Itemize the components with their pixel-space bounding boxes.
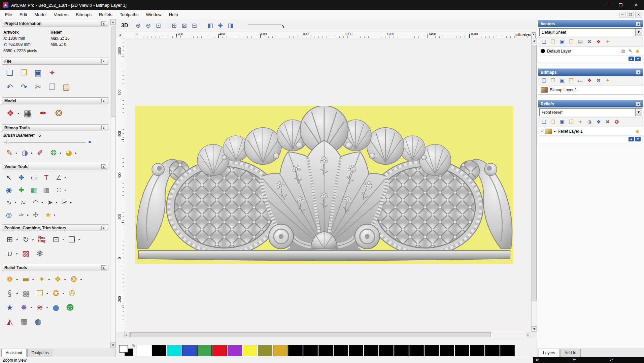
project-information-header[interactable]: Project Information ▲ [2, 20, 108, 27]
palette-swatch-8[interactable] [258, 345, 272, 356]
create-polyline-icon[interactable]: ∿ [3, 197, 14, 208]
flyout-arrow-icon[interactable]: ▸ [60, 151, 62, 155]
layer-edit-icon[interactable]: ✎ [627, 48, 634, 54]
snap-points-icon[interactable]: ∷ [53, 184, 64, 195]
scale-relief-icon[interactable]: ❖ [595, 119, 603, 126]
flyout-arrow-icon[interactable]: ▸ [42, 201, 43, 204]
import-vectors-icon[interactable]: ❐ [567, 38, 575, 45]
zoom-window-icon[interactable]: ⊡ [154, 21, 163, 30]
new-model-icon[interactable]: ❏ [3, 66, 16, 79]
star-wizard-icon[interactable]: ★ [3, 301, 16, 314]
text-table-icon[interactable]: ▥ [28, 184, 39, 195]
collapse-icon[interactable]: ▲ [636, 22, 641, 26]
copy-icon[interactable]: ❐ [46, 80, 59, 93]
collapse-icon[interactable]: ▲ [101, 265, 106, 270]
collapse-icon[interactable]: ▲ [101, 21, 106, 26]
flyout-arrow-icon[interactable]: ▸ [27, 213, 29, 217]
palette-swatch-5[interactable] [212, 345, 227, 356]
ruler-corner[interactable]: ◢ [116, 32, 124, 38]
new-relief-icon[interactable]: ❏ [540, 119, 548, 126]
smooth-relief-icon[interactable]: ▬ [20, 273, 32, 286]
flyout-arrow-icon[interactable]: ▸ [65, 176, 66, 179]
collapse-icon[interactable]: ▲ [636, 102, 641, 106]
delete-relief-icon[interactable]: ✖ [604, 119, 612, 126]
two-rail-sweep-icon[interactable]: ❂ [67, 273, 80, 286]
close-button[interactable]: ✕ [629, 0, 644, 10]
flyout-arrow-icon[interactable]: ▸ [31, 306, 32, 309]
palette-swatch-24[interactable] [500, 345, 515, 356]
file-section-header[interactable]: File ▲ [2, 58, 108, 65]
palette-swatch-4[interactable] [197, 345, 212, 356]
pan-view-icon[interactable]: ✥ [215, 21, 225, 30]
collapse-icon[interactable]: ▲ [636, 70, 641, 74]
block-copy-icon[interactable]: ⊞ [3, 233, 16, 246]
flyout-arrow-icon[interactable]: ▸ [79, 238, 80, 241]
relief-selector[interactable]: Front Relief ▼ [539, 108, 642, 116]
isoform-icon[interactable]: § [3, 287, 16, 300]
scroll-up-icon[interactable]: ▲ [110, 19, 115, 25]
flyout-arrow-icon[interactable]: ▸ [75, 151, 77, 155]
menu-reliefs[interactable]: Reliefs [95, 11, 116, 19]
flyout-arrow-icon[interactable]: ▸ [15, 201, 16, 204]
palette-swatch-10[interactable] [288, 345, 303, 356]
scroll-down-icon[interactable]: ▼ [532, 326, 537, 332]
turn-wizard-icon[interactable]: ≋ [34, 301, 46, 314]
open-sheet-icon[interactable]: ❒ [549, 38, 557, 45]
layer-colour-swatch[interactable] [541, 49, 545, 53]
undo-icon[interactable]: ↶ [3, 80, 16, 93]
menu-toolpaths[interactable]: Toolpaths [116, 11, 142, 19]
drawing-area[interactable] [124, 38, 531, 332]
save-bitmap-icon[interactable]: ▣ [558, 77, 566, 84]
dome-wizard-icon[interactable]: ● [49, 301, 62, 314]
horizontal-scrollbar[interactable]: ► ► [124, 332, 531, 337]
menu-window[interactable]: Window [142, 11, 165, 19]
collapse-icon[interactable]: ▲ [101, 126, 106, 130]
flyout-arrow-icon[interactable]: ▸ [47, 292, 48, 295]
position-combine-trim-header[interactable]: Position, Combine, Trim Vectors ▲ [2, 224, 108, 231]
face-wizard-icon[interactable]: ☻ [64, 301, 76, 314]
layer-row-relief-layer-1[interactable]: + ▸ Relief Layer 1 ◉ [538, 127, 643, 136]
flyout-arrow-icon[interactable]: ▸ [70, 201, 72, 204]
palette-swatch-23[interactable] [485, 345, 500, 356]
tab-toolpaths[interactable]: Toolpaths [27, 349, 53, 357]
previous-view-icon[interactable]: ◧ [205, 21, 215, 30]
palette-swatch-3[interactable] [182, 345, 197, 356]
relief-visibility-icon[interactable]: ◉ [634, 128, 641, 134]
move-layer-down-button[interactable]: ▼ [635, 57, 641, 61]
save-relief-icon[interactable]: ▣ [558, 119, 566, 126]
delete-bitmap-icon[interactable]: ✖ [595, 77, 603, 84]
scroll-up-icon[interactable]: ▲ [532, 38, 537, 43]
join-vectors-icon[interactable]: ✣ [30, 209, 41, 220]
align-vectors-icon[interactable]: ⊡ [49, 233, 62, 246]
snap-grid-icon[interactable]: ◨ [226, 21, 235, 30]
extend-vector-icon[interactable]: ➤ [44, 197, 56, 208]
bitmaps-header[interactable]: Bitmaps ▲ [538, 69, 643, 76]
new-sheet-icon[interactable]: ❏ [540, 38, 548, 45]
mdi-minimize-button[interactable]: ─ [619, 12, 626, 18]
swept-profile-icon[interactable]: ❖ [52, 273, 64, 286]
delete-layer-icon[interactable]: ✖ [585, 38, 594, 45]
tab-assistant[interactable]: Assistant [1, 349, 27, 357]
colour-palette-icon[interactable]: ❂ [47, 147, 60, 159]
layer-visibility-icon[interactable]: ◉ [634, 48, 641, 54]
maximize-button[interactable]: ❐ [613, 0, 629, 10]
rotate-copy-icon[interactable]: ↻ [20, 233, 32, 246]
collapse-icon[interactable]: ▲ [101, 226, 106, 230]
palette-swatch-12[interactable] [318, 345, 333, 356]
vector-tools-header[interactable]: Vector Tools ▲ [2, 163, 108, 170]
collapse-icon[interactable]: ▲ [101, 99, 106, 103]
zoom-selected-icon[interactable]: ⊠ [179, 21, 189, 30]
move-relief-down-button[interactable]: ▼ [635, 137, 641, 141]
menu-vectors[interactable]: Vectors [50, 11, 72, 19]
brush-diameter-slider[interactable] [3, 139, 92, 144]
set-model-size-icon[interactable]: ❖ [3, 106, 18, 120]
current-colours[interactable]: ✎ [118, 344, 135, 357]
spiral-icon[interactable]: ❃ [34, 247, 46, 260]
bitmap-to-vector-icon[interactable]: ❖ [585, 77, 594, 84]
zoom-in-icon[interactable]: ⊕ [133, 21, 143, 30]
model-section-header[interactable]: Model ▲ [2, 97, 108, 104]
cut-icon[interactable]: ✂ [32, 80, 44, 93]
palette-swatch-17[interactable] [394, 345, 409, 356]
open-model-icon[interactable]: ❒ [18, 66, 30, 79]
palette-swatch-15[interactable] [364, 345, 378, 356]
